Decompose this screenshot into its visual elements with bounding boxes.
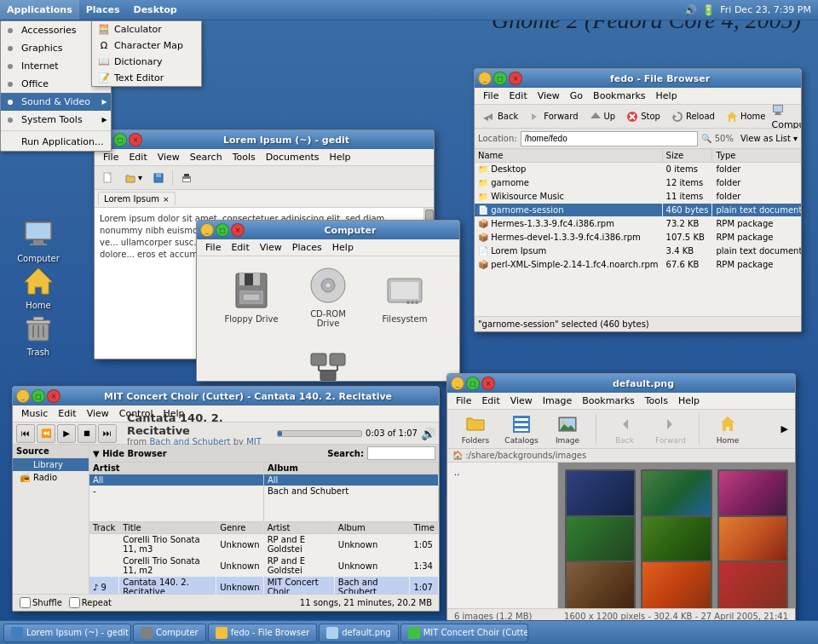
fb-menu-bookmarks[interactable]: Bookmarks [588,89,650,103]
submenu-dictionary[interactable]: 📖 Dictionary [92,54,201,70]
desktop-icon-trash[interactable]: Trash [9,307,68,360]
gedit-maximize[interactable]: □ [113,133,127,147]
iv-tree-item-up[interactable]: .. [451,466,554,479]
view-as[interactable]: View as List ▾ [740,134,798,143]
col-type[interactable]: Type [712,149,801,163]
fb-maximize[interactable]: □ [493,72,507,85]
music-menu-view[interactable]: View [82,406,114,421]
computer-menu-edit[interactable]: Edit [226,240,254,255]
gedit-new[interactable] [98,169,118,187]
computer-item-cdrom[interactable]: CD-ROM Drive [298,265,358,328]
computer-menu-places[interactable]: Places [287,240,327,255]
menu-sound-video[interactable]: Sound & Video [1,93,111,111]
fb-reload[interactable]: Reload [666,107,719,126]
gedit-tab-close[interactable]: × [163,195,170,204]
computer-menu-help[interactable]: Help [327,240,359,255]
computer-item-floppy[interactable]: Floppy Drive [222,270,281,324]
iv-tree-item-empty[interactable] [451,479,554,482]
gedit-save[interactable] [148,169,169,187]
desktop-icon-computer[interactable]: Computer [9,213,68,267]
fb-close[interactable]: × [509,72,522,85]
file-row-selected[interactable]: 📄 garnome-session 460 bytes plain text d… [475,204,801,217]
fb-home[interactable]: Home [721,107,770,126]
col-title[interactable]: Title [119,522,216,534]
shuffle-label[interactable]: Shuffle [20,597,62,608]
fb-menu-file[interactable]: File [478,89,504,103]
music-rewind[interactable]: ⏪ [37,424,55,443]
col-time[interactable]: Time [410,522,439,534]
fb-menu-edit[interactable]: Edit [504,89,532,103]
gedit-menu-file[interactable]: File [98,150,124,164]
source-library[interactable]: 🎵 Library [13,458,89,471]
taskbar-computer[interactable]: Computer [133,624,206,642]
fb-menu-view[interactable]: View [533,89,565,103]
file-row[interactable]: 📁 garnome 12 items folder yesterday a [475,176,801,190]
computer-minimize[interactable]: _ [200,223,214,237]
iv-thumb-7[interactable] [565,561,636,608]
desktop-menu[interactable]: Desktop [127,0,184,20]
iv-menu-tools[interactable]: Tools [640,394,673,408]
music-menu-edit[interactable]: Edit [53,406,81,421]
music-stop[interactable]: ⏹ [78,424,96,443]
music-next[interactable]: ⏭ [98,424,117,443]
music-volume-icon[interactable]: 🔊 [421,427,435,440]
iv-menu-image[interactable]: Image [538,394,577,408]
computer-item-filesystem[interactable]: Filesystem [375,270,435,324]
gedit-menu-help[interactable]: Help [324,150,355,164]
track-row-playing[interactable]: ♪ 9 Cantata 140. 2. Recitative Unknown M… [89,577,439,595]
file-row[interactable]: 📦 Hermes-1.3.3-9.fc4.i386.rpm 73.2 KB RP… [475,217,801,231]
album-all[interactable]: All [264,474,438,486]
gedit-tab[interactable]: Lorem Ipsum × [98,192,176,205]
iv-thumb-8[interactable] [641,561,711,608]
music-prev[interactable]: ⏮ [16,424,35,443]
iv-btn-forward[interactable]: Forward [649,412,692,446]
taskbar-gedit[interactable]: Lorem Ipsum (~) - gedit [3,624,131,642]
iv-btn-back[interactable]: Back [603,412,646,446]
gedit-menu-documents[interactable]: Documents [261,150,325,164]
repeat-label[interactable]: Repeat [69,597,112,608]
col-track[interactable]: Track [89,522,119,534]
hide-browser-label[interactable]: ▼ Hide Browser [93,449,167,458]
submenu-texteditor[interactable]: 📝 Text Editor [92,70,201,86]
fb-menu-help[interactable]: Help [651,89,683,103]
submenu-charmap[interactable]: Ω Character Map [92,37,201,54]
taskbar-music[interactable]: MIT Concert Choir (Cutter) - ... [400,624,528,642]
search-input[interactable] [367,446,435,460]
fb-computer-btn[interactable]: Computer [771,103,802,130]
file-row[interactable]: 📄 Lorem Ipsum 3.4 KB plain text document… [475,244,801,258]
track-row[interactable]: Corelli Trio Sonata 11, m3 Unknown RP an… [89,534,439,555]
fb-menu-go[interactable]: Go [565,89,588,103]
iv-maximize[interactable]: □ [466,377,480,390]
file-row[interactable]: 📦 Hermes-devel-1.3.3-9.fc4.i386.rpm 107.… [475,231,801,244]
music-play[interactable]: ▶ [57,424,76,443]
computer-menu-view[interactable]: View [255,240,287,255]
gedit-menu-view[interactable]: View [153,150,185,164]
places-menu[interactable]: Places [79,0,127,20]
file-row[interactable]: 📁 Wikisource Music 11 items folder yeste… [475,190,801,204]
music-menu-music[interactable]: Music [16,406,53,421]
music-close[interactable]: × [47,389,60,403]
desktop-icon-home[interactable]: Home [9,260,68,313]
gedit-menu-search[interactable]: Search [185,150,228,164]
col-artist[interactable]: Artist [263,522,334,534]
shuffle-checkbox[interactable] [20,597,31,608]
repeat-checkbox[interactable] [69,597,80,608]
gedit-close[interactable]: × [129,133,142,147]
iv-expand-icon[interactable]: ▶ [781,423,788,434]
music-minimize[interactable]: _ [16,389,30,403]
file-row[interactable]: 📦 perl-XML-Simple-2.14-1.fc4.noarch.rpm … [475,258,801,272]
fb-back[interactable]: ◀ Back [478,107,522,126]
taskbar-imageviewer[interactable]: default.png [319,624,398,642]
col-album[interactable]: Album [334,522,410,534]
iv-close[interactable]: × [481,377,495,390]
iv-btn-folders[interactable]: Folders [454,412,497,446]
gedit-menu-edit[interactable]: Edit [124,150,152,164]
artist-all[interactable]: All [89,474,263,486]
col-name[interactable]: Name [475,149,662,163]
taskbar-filebrowser[interactable]: fedo - File Browser [208,624,318,642]
iv-btn-image[interactable]: Image [546,412,589,446]
submenu-calculator[interactable]: 🧮 Calculator [92,21,201,37]
music-maximize[interactable]: □ [32,389,45,403]
fb-stop[interactable]: Stop [621,107,665,126]
fb-minimize[interactable]: _ [478,72,492,85]
